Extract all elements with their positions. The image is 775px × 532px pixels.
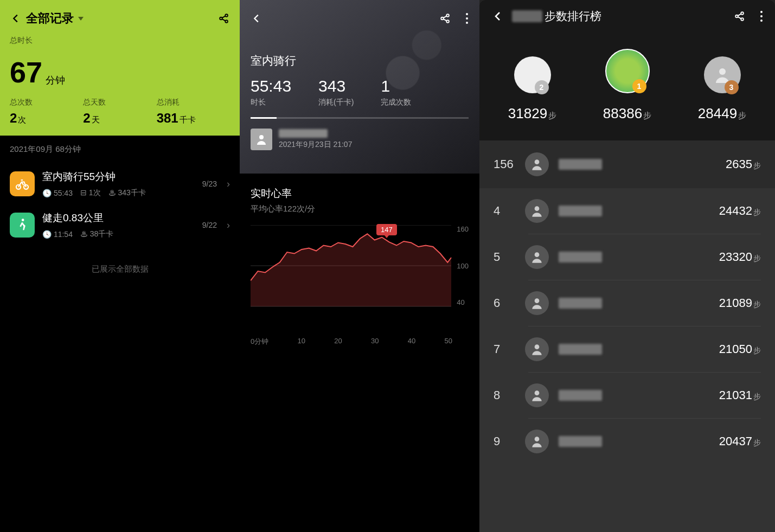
chart-subtitle: 平均心率122次/分	[251, 204, 469, 214]
records-screen: 全部记录 总时长 67 分钟 总次数 2次 总天数 2天	[0, 0, 240, 532]
x-tick: 50	[445, 337, 452, 347]
rank-row[interactable]: 424432步	[494, 188, 761, 234]
chart-title: 实时心率	[251, 187, 469, 201]
svg-point-29	[535, 437, 540, 441]
page-title[interactable]: 全部记录	[26, 10, 74, 27]
more-icon[interactable]	[760, 10, 763, 22]
rank-number: 6	[494, 296, 515, 310]
name-redacted	[559, 390, 602, 401]
user-name-redacted	[279, 129, 328, 138]
section-header: 2021年09月 68分钟	[0, 136, 240, 163]
clock-icon: 🕓 11:54	[42, 230, 73, 239]
stat-calories: 343消耗(千卡)	[318, 77, 354, 107]
avatar: 1	[605, 49, 650, 93]
podium-rank-2[interactable]: 2 31829步	[485, 56, 580, 122]
stat-calories: 总消耗 381千卡	[157, 98, 230, 126]
user-row[interactable]: 2021年9月23日 21:07	[251, 129, 469, 150]
cycling-icon	[10, 171, 35, 196]
avatar	[525, 199, 549, 223]
x-tick: 30	[371, 337, 379, 347]
svg-point-20	[760, 15, 763, 17]
share-icon[interactable]	[734, 10, 746, 22]
rank-row[interactable]: 523320步	[494, 234, 761, 280]
avatar	[525, 152, 549, 176]
svg-point-26	[535, 298, 540, 303]
rank-number: 9	[494, 434, 515, 448]
avatar	[525, 291, 549, 315]
name-redacted	[559, 436, 602, 447]
my-rank-row[interactable]: 156 2635步	[479, 140, 775, 188]
rank-row[interactable]: 721050步	[494, 326, 761, 372]
dropdown-icon[interactable]	[78, 17, 84, 21]
stat-duration: 55:43时长	[251, 77, 291, 107]
back-icon[interactable]	[10, 12, 22, 24]
y-tick: 160	[457, 225, 469, 233]
x-tick: 10	[298, 337, 305, 347]
svg-point-19	[760, 11, 763, 13]
workout-detail-screen: 室内骑行 55:43时长 343消耗(千卡) 1完成次数 2021年9月23日 …	[240, 0, 479, 532]
activity-date: 9/22	[202, 221, 217, 229]
rank-badge: 3	[725, 80, 739, 94]
svg-point-9	[466, 13, 468, 15]
activity-title: 室内骑行55分钟	[42, 170, 195, 184]
svg-point-27	[535, 344, 540, 349]
rank-number: 5	[494, 250, 515, 264]
rank-badge: 1	[632, 79, 646, 93]
chevron-right-icon: ›	[227, 178, 230, 190]
total-time-value: 67	[10, 57, 42, 87]
y-tick: 40	[457, 298, 469, 306]
avatar	[525, 430, 549, 453]
fire-icon: ♨ 38千卡	[80, 229, 113, 239]
peak-badge: 147	[376, 224, 397, 235]
activity-item-walking[interactable]: 健走0.83公里 🕓 11:54 ♨ 38千卡 9/22 ›	[0, 204, 240, 246]
podium: 2 31829步 1 88386步 3 28449步	[479, 33, 775, 140]
x-tick: 40	[408, 337, 415, 347]
rank-row[interactable]: 920437步	[494, 419, 761, 464]
svg-point-12	[259, 135, 264, 139]
share-icon[interactable]	[218, 12, 230, 24]
x-tick: 20	[334, 337, 342, 347]
svg-point-10	[466, 17, 468, 20]
clock-icon: 🕓 55:43	[42, 189, 73, 197]
rank-number: 8	[494, 388, 515, 402]
leaderboard-screen: 步数排行榜 2 31829步 1 88386步	[479, 0, 775, 532]
name-redacted	[559, 159, 602, 170]
name-redacted	[559, 344, 602, 355]
ranking-list[interactable]: 424432步523320步621089步721050步821031步92043…	[479, 188, 775, 532]
svg-point-5	[22, 219, 24, 221]
avatar	[525, 337, 549, 361]
back-icon[interactable]	[491, 10, 504, 23]
x-tick: 0分钟	[251, 337, 268, 347]
rank-row[interactable]: 821031步	[494, 373, 761, 418]
podium-rank-1[interactable]: 1 88386步	[580, 49, 675, 122]
svg-point-22	[719, 68, 726, 75]
heart-rate-section: 实时心率 平均心率122次/分 147 160 100 40 0分钟 10 20…	[240, 174, 479, 347]
svg-point-23	[535, 159, 540, 164]
rank-badge: 2	[535, 80, 549, 94]
count-icon: ⊟ 1次	[80, 188, 101, 198]
stat-completed: 1完成次数	[381, 77, 411, 107]
name-redacted	[559, 206, 602, 216]
total-time-label: 总时长	[10, 36, 33, 44]
more-icon[interactable]	[465, 12, 469, 24]
rank-row[interactable]: 621089步	[494, 280, 761, 326]
share-icon[interactable]	[439, 12, 451, 24]
svg-point-28	[535, 390, 540, 395]
svg-point-25	[535, 252, 540, 257]
page-title: 步数排行榜	[512, 9, 601, 24]
podium-rank-3[interactable]: 3 28449步	[675, 56, 770, 122]
avatar	[525, 245, 549, 269]
walking-icon	[10, 213, 35, 238]
svg-point-11	[466, 22, 468, 24]
activity-title: 健走0.83公里	[42, 211, 195, 225]
end-of-list-label: 已展示全部数据	[0, 246, 240, 293]
back-icon[interactable]	[251, 12, 262, 24]
rank-number: 7	[494, 342, 515, 356]
avatar	[525, 383, 549, 407]
title-redacted	[512, 10, 542, 22]
activity-item-cycling[interactable]: 室内骑行55分钟 🕓 55:43 ⊟ 1次 ♨ 343千卡 9/23 ›	[0, 163, 240, 204]
chevron-right-icon: ›	[227, 220, 230, 231]
svg-point-24	[535, 206, 540, 211]
activity-date: 9/23	[202, 180, 217, 188]
heart-rate-chart[interactable]: 147 160 100 40	[251, 225, 469, 334]
